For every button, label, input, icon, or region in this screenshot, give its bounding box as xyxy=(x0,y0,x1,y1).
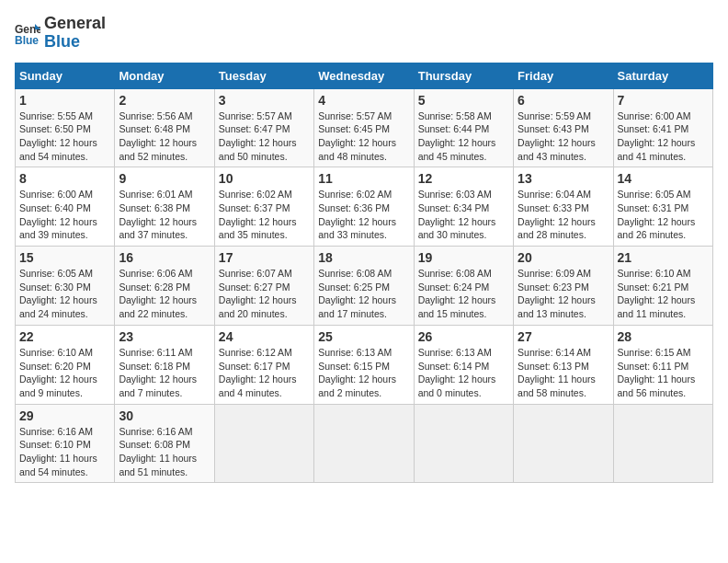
day-info: Sunrise: 6:13 AMSunset: 6:15 PMDaylight:… xyxy=(318,346,409,400)
day-info: Sunrise: 6:07 AMSunset: 6:27 PMDaylight:… xyxy=(219,267,310,321)
day-info: Sunrise: 5:58 AMSunset: 6:44 PMDaylight:… xyxy=(418,109,509,164)
calendar-week-row: 29Sunrise: 6:16 AMSunset: 6:10 PMDayligh… xyxy=(16,404,713,483)
calendar-cell xyxy=(314,404,414,483)
calendar-cell: 12Sunrise: 6:03 AMSunset: 6:34 PMDayligh… xyxy=(414,167,513,247)
day-number: 5 xyxy=(418,93,509,108)
col-header-saturday: Saturday xyxy=(613,63,712,88)
day-info: Sunrise: 6:09 AMSunset: 6:23 PMDaylight:… xyxy=(518,267,609,321)
calendar-table: SundayMondayTuesdayWednesdayThursdayFrid… xyxy=(15,63,713,484)
calendar-cell: 26Sunrise: 6:13 AMSunset: 6:14 PMDayligh… xyxy=(414,325,513,404)
calendar-cell: 25Sunrise: 6:13 AMSunset: 6:15 PMDayligh… xyxy=(314,325,414,404)
day-number: 15 xyxy=(19,250,110,265)
calendar-cell: 18Sunrise: 6:08 AMSunset: 6:25 PMDayligh… xyxy=(314,247,414,326)
calendar-cell: 29Sunrise: 6:16 AMSunset: 6:10 PMDayligh… xyxy=(16,404,115,483)
day-info: Sunrise: 6:05 AMSunset: 6:31 PMDaylight:… xyxy=(618,188,709,242)
calendar-week-row: 22Sunrise: 6:10 AMSunset: 6:20 PMDayligh… xyxy=(16,325,713,404)
day-info: Sunrise: 6:02 AMSunset: 6:36 PMDaylight:… xyxy=(318,188,409,242)
col-header-sunday: Sunday xyxy=(16,63,115,88)
day-number: 12 xyxy=(418,171,509,186)
calendar-cell: 1Sunrise: 5:55 AMSunset: 6:50 PMDaylight… xyxy=(16,88,115,167)
day-number: 16 xyxy=(119,250,210,265)
svg-text:Blue: Blue xyxy=(15,34,39,46)
day-number: 17 xyxy=(219,250,310,265)
day-number: 4 xyxy=(318,93,409,108)
calendar-cell: 17Sunrise: 6:07 AMSunset: 6:27 PMDayligh… xyxy=(214,247,313,326)
calendar-cell: 16Sunrise: 6:06 AMSunset: 6:28 PMDayligh… xyxy=(115,247,214,326)
day-number: 7 xyxy=(618,93,709,108)
day-info: Sunrise: 6:16 AMSunset: 6:10 PMDaylight:… xyxy=(19,425,110,479)
day-number: 2 xyxy=(119,93,210,108)
day-number: 9 xyxy=(119,171,210,186)
day-number: 25 xyxy=(318,329,409,344)
day-number: 20 xyxy=(518,250,609,265)
calendar-cell: 9Sunrise: 6:01 AMSunset: 6:38 PMDaylight… xyxy=(115,167,214,247)
day-info: Sunrise: 6:00 AMSunset: 6:40 PMDaylight:… xyxy=(19,188,110,242)
day-number: 28 xyxy=(618,329,709,344)
calendar-cell: 3Sunrise: 5:57 AMSunset: 6:47 PMDaylight… xyxy=(214,88,313,167)
calendar-header-row: SundayMondayTuesdayWednesdayThursdayFrid… xyxy=(16,63,713,88)
day-number: 3 xyxy=(219,93,310,108)
calendar-cell: 20Sunrise: 6:09 AMSunset: 6:23 PMDayligh… xyxy=(514,247,613,326)
calendar-cell: 22Sunrise: 6:10 AMSunset: 6:20 PMDayligh… xyxy=(16,325,115,404)
calendar-cell: 14Sunrise: 6:05 AMSunset: 6:31 PMDayligh… xyxy=(613,167,712,247)
day-info: Sunrise: 6:12 AMSunset: 6:17 PMDaylight:… xyxy=(219,346,310,400)
logo: General Blue General Blue xyxy=(15,15,106,52)
calendar-cell xyxy=(514,404,613,483)
day-number: 11 xyxy=(318,171,409,186)
day-number: 18 xyxy=(318,250,409,265)
day-info: Sunrise: 6:05 AMSunset: 6:30 PMDaylight:… xyxy=(19,267,110,321)
day-info: Sunrise: 6:06 AMSunset: 6:28 PMDaylight:… xyxy=(119,267,210,321)
col-header-friday: Friday xyxy=(514,63,613,88)
day-number: 23 xyxy=(119,329,210,344)
calendar-cell: 28Sunrise: 6:15 AMSunset: 6:11 PMDayligh… xyxy=(613,325,712,404)
day-info: Sunrise: 6:13 AMSunset: 6:14 PMDaylight:… xyxy=(418,346,509,400)
day-info: Sunrise: 6:16 AMSunset: 6:08 PMDaylight:… xyxy=(119,425,210,479)
day-info: Sunrise: 5:56 AMSunset: 6:48 PMDaylight:… xyxy=(119,109,210,164)
col-header-thursday: Thursday xyxy=(414,63,513,88)
day-number: 1 xyxy=(19,93,110,108)
day-info: Sunrise: 5:55 AMSunset: 6:50 PMDaylight:… xyxy=(19,109,110,164)
calendar-cell: 11Sunrise: 6:02 AMSunset: 6:36 PMDayligh… xyxy=(314,167,414,247)
day-info: Sunrise: 6:10 AMSunset: 6:21 PMDaylight:… xyxy=(618,267,709,321)
calendar-cell: 4Sunrise: 5:57 AMSunset: 6:45 PMDaylight… xyxy=(314,88,414,167)
day-info: Sunrise: 5:57 AMSunset: 6:47 PMDaylight:… xyxy=(219,109,310,164)
day-info: Sunrise: 6:14 AMSunset: 6:13 PMDaylight:… xyxy=(518,346,609,400)
calendar-cell: 19Sunrise: 6:08 AMSunset: 6:24 PMDayligh… xyxy=(414,247,513,326)
calendar-cell: 10Sunrise: 6:02 AMSunset: 6:37 PMDayligh… xyxy=(214,167,313,247)
calendar-week-row: 15Sunrise: 6:05 AMSunset: 6:30 PMDayligh… xyxy=(16,247,713,326)
calendar-cell: 27Sunrise: 6:14 AMSunset: 6:13 PMDayligh… xyxy=(514,325,613,404)
day-info: Sunrise: 6:08 AMSunset: 6:25 PMDaylight:… xyxy=(318,267,409,321)
day-number: 13 xyxy=(518,171,609,186)
calendar-cell: 13Sunrise: 6:04 AMSunset: 6:33 PMDayligh… xyxy=(514,167,613,247)
day-info: Sunrise: 6:08 AMSunset: 6:24 PMDaylight:… xyxy=(418,267,509,321)
col-header-tuesday: Tuesday xyxy=(214,63,313,88)
col-header-monday: Monday xyxy=(115,63,214,88)
calendar-cell xyxy=(613,404,712,483)
calendar-cell: 30Sunrise: 6:16 AMSunset: 6:08 PMDayligh… xyxy=(115,404,214,483)
day-info: Sunrise: 6:15 AMSunset: 6:11 PMDaylight:… xyxy=(618,346,709,400)
calendar-week-row: 1Sunrise: 5:55 AMSunset: 6:50 PMDaylight… xyxy=(16,88,713,167)
day-number: 14 xyxy=(618,171,709,186)
day-info: Sunrise: 6:03 AMSunset: 6:34 PMDaylight:… xyxy=(418,188,509,242)
day-number: 21 xyxy=(618,250,709,265)
day-number: 22 xyxy=(19,329,110,344)
day-info: Sunrise: 6:01 AMSunset: 6:38 PMDaylight:… xyxy=(119,188,210,242)
day-number: 8 xyxy=(19,171,110,186)
day-info: Sunrise: 5:59 AMSunset: 6:43 PMDaylight:… xyxy=(518,109,609,164)
calendar-cell: 7Sunrise: 6:00 AMSunset: 6:41 PMDaylight… xyxy=(613,88,712,167)
day-number: 30 xyxy=(119,408,210,423)
day-number: 19 xyxy=(418,250,509,265)
calendar-cell xyxy=(414,404,513,483)
day-info: Sunrise: 6:11 AMSunset: 6:18 PMDaylight:… xyxy=(119,346,210,400)
day-info: Sunrise: 6:04 AMSunset: 6:33 PMDaylight:… xyxy=(518,188,609,242)
calendar-cell: 24Sunrise: 6:12 AMSunset: 6:17 PMDayligh… xyxy=(214,325,313,404)
day-info: Sunrise: 6:10 AMSunset: 6:20 PMDaylight:… xyxy=(19,346,110,400)
day-number: 29 xyxy=(19,408,110,423)
calendar-cell: 5Sunrise: 5:58 AMSunset: 6:44 PMDaylight… xyxy=(414,88,513,167)
page-header: General Blue General Blue xyxy=(15,15,713,52)
calendar-cell: 21Sunrise: 6:10 AMSunset: 6:21 PMDayligh… xyxy=(613,247,712,326)
day-info: Sunrise: 5:57 AMSunset: 6:45 PMDaylight:… xyxy=(318,109,409,164)
day-info: Sunrise: 6:02 AMSunset: 6:37 PMDaylight:… xyxy=(219,188,310,242)
day-number: 27 xyxy=(518,329,609,344)
logo-icon: General Blue xyxy=(15,20,40,46)
